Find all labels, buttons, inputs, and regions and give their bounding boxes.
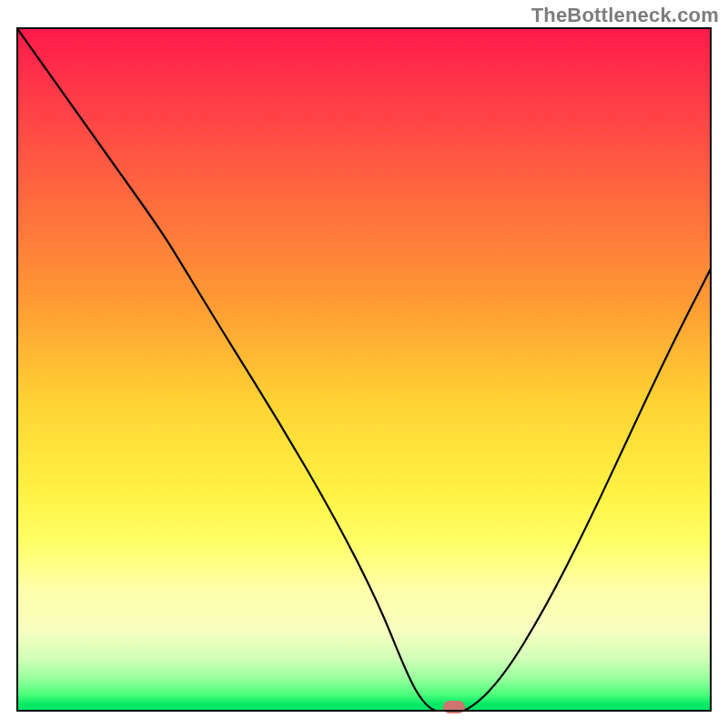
chart-container: TheBottleneck.com: [0, 0, 728, 728]
bottleneck-curve: [16, 27, 712, 712]
attribution-text: TheBottleneck.com: [531, 4, 719, 27]
optimum-marker: [443, 701, 465, 713]
plot-area: [16, 27, 712, 712]
curve-svg: [16, 27, 712, 712]
